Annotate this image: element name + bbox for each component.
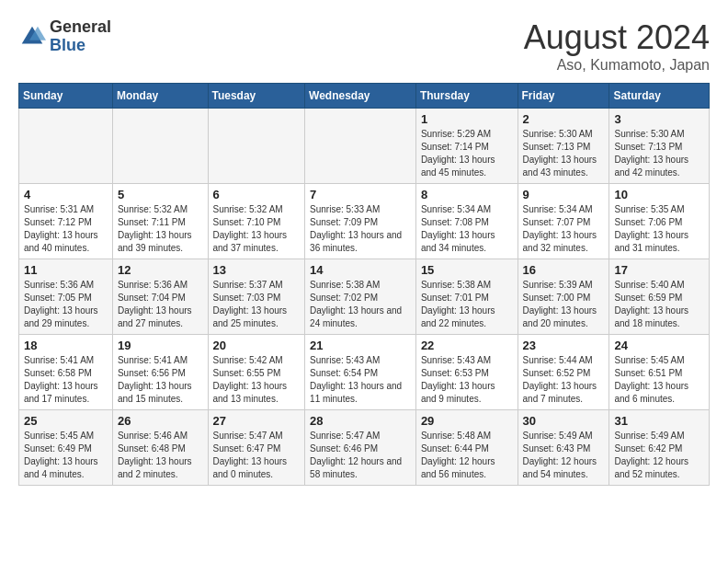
day-number: 24 [614, 339, 704, 352]
week-row-4: 18Sunrise: 5:41 AM Sunset: 6:58 PM Dayli… [19, 335, 710, 410]
week-row-5: 25Sunrise: 5:45 AM Sunset: 6:49 PM Dayli… [19, 410, 710, 486]
day-number: 15 [421, 263, 513, 277]
calendar-cell: 2Sunrise: 5:30 AM Sunset: 7:13 PM Daylig… [518, 109, 609, 184]
calendar-cell: 23Sunrise: 5:44 AM Sunset: 6:52 PM Dayli… [518, 335, 609, 410]
calendar-cell: 29Sunrise: 5:48 AM Sunset: 6:44 PM Dayli… [415, 410, 518, 486]
day-number: 5 [118, 188, 203, 201]
day-info: Sunrise: 5:49 AM Sunset: 6:42 PM Dayligh… [614, 430, 704, 481]
day-number: 21 [310, 339, 411, 352]
day-info: Sunrise: 5:41 AM Sunset: 6:58 PM Dayligh… [24, 354, 108, 406]
logo-blue: Blue [50, 36, 85, 54]
calendar-cell [112, 109, 208, 184]
weekday-header-row: SundayMondayTuesdayWednesdayThursdayFrid… [19, 84, 710, 109]
day-number: 23 [523, 339, 605, 352]
day-info: Sunrise: 5:32 AM Sunset: 7:11 PM Dayligh… [118, 203, 203, 255]
day-info: Sunrise: 5:33 AM Sunset: 7:09 PM Dayligh… [310, 203, 411, 255]
calendar-cell: 17Sunrise: 5:40 AM Sunset: 6:59 PM Dayli… [609, 259, 710, 335]
logo-text: General Blue [50, 18, 111, 55]
day-info: Sunrise: 5:43 AM Sunset: 6:53 PM Dayligh… [421, 354, 513, 406]
weekday-header-monday: Monday [112, 84, 208, 109]
day-info: Sunrise: 5:47 AM Sunset: 6:47 PM Dayligh… [213, 430, 301, 481]
day-number: 1 [421, 112, 513, 126]
day-number: 12 [118, 263, 203, 277]
day-number: 29 [421, 414, 513, 428]
calendar-cell [208, 109, 305, 184]
calendar-cell [305, 109, 416, 184]
day-info: Sunrise: 5:34 AM Sunset: 7:07 PM Dayligh… [523, 203, 605, 255]
day-number: 26 [118, 414, 203, 428]
title-block: August 2024 Aso, Kumamoto, Japan [524, 18, 710, 74]
calendar-cell: 11Sunrise: 5:36 AM Sunset: 7:05 PM Dayli… [19, 259, 113, 335]
day-number: 10 [614, 188, 704, 201]
calendar-cell: 9Sunrise: 5:34 AM Sunset: 7:07 PM Daylig… [518, 184, 609, 259]
day-number: 17 [614, 263, 704, 277]
calendar-cell: 15Sunrise: 5:38 AM Sunset: 7:01 PM Dayli… [415, 259, 518, 335]
day-info: Sunrise: 5:35 AM Sunset: 7:06 PM Dayligh… [614, 203, 704, 255]
weekday-header-tuesday: Tuesday [208, 84, 305, 109]
day-number: 14 [310, 263, 411, 277]
calendar-cell: 12Sunrise: 5:36 AM Sunset: 7:04 PM Dayli… [112, 259, 208, 335]
day-number: 28 [310, 414, 411, 428]
day-number: 16 [523, 263, 605, 277]
day-number: 13 [213, 263, 301, 277]
calendar-cell: 28Sunrise: 5:47 AM Sunset: 6:46 PM Dayli… [305, 410, 416, 486]
calendar-cell: 4Sunrise: 5:31 AM Sunset: 7:12 PM Daylig… [19, 184, 113, 259]
calendar-cell: 20Sunrise: 5:42 AM Sunset: 6:55 PM Dayli… [208, 335, 305, 410]
day-info: Sunrise: 5:38 AM Sunset: 7:01 PM Dayligh… [421, 279, 513, 330]
day-number: 20 [213, 339, 301, 352]
calendar-cell: 21Sunrise: 5:43 AM Sunset: 6:54 PM Dayli… [305, 335, 416, 410]
calendar-cell: 30Sunrise: 5:49 AM Sunset: 6:43 PM Dayli… [518, 410, 609, 486]
calendar-cell: 26Sunrise: 5:46 AM Sunset: 6:48 PM Dayli… [112, 410, 208, 486]
calendar-cell: 6Sunrise: 5:32 AM Sunset: 7:10 PM Daylig… [208, 184, 305, 259]
day-number: 31 [614, 414, 704, 428]
day-number: 19 [118, 339, 203, 352]
calendar-cell: 22Sunrise: 5:43 AM Sunset: 6:53 PM Dayli… [415, 335, 518, 410]
day-number: 6 [213, 188, 301, 201]
week-row-1: 1Sunrise: 5:29 AM Sunset: 7:14 PM Daylig… [19, 109, 710, 184]
day-info: Sunrise: 5:49 AM Sunset: 6:43 PM Dayligh… [523, 430, 605, 481]
day-info: Sunrise: 5:32 AM Sunset: 7:10 PM Dayligh… [213, 203, 301, 255]
day-info: Sunrise: 5:30 AM Sunset: 7:13 PM Dayligh… [523, 128, 605, 179]
day-number: 8 [421, 188, 513, 201]
day-info: Sunrise: 5:36 AM Sunset: 7:04 PM Dayligh… [118, 279, 203, 330]
day-info: Sunrise: 5:45 AM Sunset: 6:49 PM Dayligh… [24, 430, 108, 481]
day-info: Sunrise: 5:41 AM Sunset: 6:56 PM Dayligh… [118, 354, 203, 406]
day-number: 11 [24, 263, 108, 277]
calendar-cell: 16Sunrise: 5:39 AM Sunset: 7:00 PM Dayli… [518, 259, 609, 335]
weekday-header-saturday: Saturday [609, 84, 710, 109]
calendar-cell: 27Sunrise: 5:47 AM Sunset: 6:47 PM Dayli… [208, 410, 305, 486]
calendar-cell: 24Sunrise: 5:45 AM Sunset: 6:51 PM Dayli… [609, 335, 710, 410]
calendar-cell: 10Sunrise: 5:35 AM Sunset: 7:06 PM Dayli… [609, 184, 710, 259]
week-row-2: 4Sunrise: 5:31 AM Sunset: 7:12 PM Daylig… [19, 184, 710, 259]
day-info: Sunrise: 5:42 AM Sunset: 6:55 PM Dayligh… [213, 354, 301, 406]
logo-general: General [50, 17, 111, 36]
calendar-cell: 18Sunrise: 5:41 AM Sunset: 6:58 PM Dayli… [19, 335, 113, 410]
day-info: Sunrise: 5:48 AM Sunset: 6:44 PM Dayligh… [421, 430, 513, 481]
day-info: Sunrise: 5:29 AM Sunset: 7:14 PM Dayligh… [421, 128, 513, 179]
calendar-cell: 31Sunrise: 5:49 AM Sunset: 6:42 PM Dayli… [609, 410, 710, 486]
calendar-title: August 2024 [524, 18, 710, 57]
calendar-cell: 8Sunrise: 5:34 AM Sunset: 7:08 PM Daylig… [415, 184, 518, 259]
day-number: 30 [523, 414, 605, 428]
weekday-header-wednesday: Wednesday [305, 84, 416, 109]
calendar-cell [19, 109, 113, 184]
day-number: 4 [24, 188, 108, 201]
day-info: Sunrise: 5:39 AM Sunset: 7:00 PM Dayligh… [523, 279, 605, 330]
weekday-header-friday: Friday [518, 84, 609, 109]
calendar-cell: 5Sunrise: 5:32 AM Sunset: 7:11 PM Daylig… [112, 184, 208, 259]
day-info: Sunrise: 5:47 AM Sunset: 6:46 PM Dayligh… [310, 430, 411, 481]
day-info: Sunrise: 5:45 AM Sunset: 6:51 PM Dayligh… [614, 354, 704, 406]
logo-icon [18, 23, 46, 51]
calendar-subtitle: Aso, Kumamoto, Japan [524, 57, 710, 74]
day-info: Sunrise: 5:38 AM Sunset: 7:02 PM Dayligh… [310, 279, 411, 330]
day-info: Sunrise: 5:36 AM Sunset: 7:05 PM Dayligh… [24, 279, 108, 330]
calendar-cell: 14Sunrise: 5:38 AM Sunset: 7:02 PM Dayli… [305, 259, 416, 335]
day-number: 7 [310, 188, 411, 201]
day-number: 2 [523, 112, 605, 126]
day-number: 18 [24, 339, 108, 352]
calendar-cell: 3Sunrise: 5:30 AM Sunset: 7:13 PM Daylig… [609, 109, 710, 184]
calendar-table: SundayMondayTuesdayWednesdayThursdayFrid… [18, 83, 710, 486]
page-header: General Blue August 2024 Aso, Kumamoto, … [18, 18, 710, 74]
weekday-header-sunday: Sunday [19, 84, 113, 109]
day-info: Sunrise: 5:30 AM Sunset: 7:13 PM Dayligh… [614, 128, 704, 179]
